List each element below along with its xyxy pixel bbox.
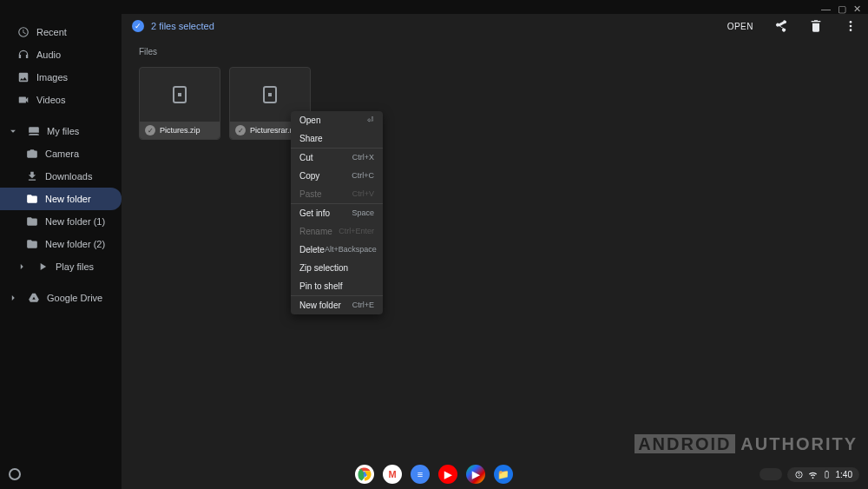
sidebar-label: Play files: [56, 261, 94, 272]
sidebar-item-recent[interactable]: Recent: [0, 21, 122, 43]
cm-paste: PasteCtrl+V: [291, 185, 383, 203]
archive-icon: [169, 84, 190, 105]
youtube-icon[interactable]: ▶: [438, 465, 457, 484]
check-icon: [145, 125, 155, 135]
svg-point-1: [850, 25, 852, 28]
file-name: Pictures.zip: [160, 126, 201, 135]
cm-rename: RenameCtrl+Enter: [291, 222, 383, 241]
shelf: M ≡ ▶ ▶ 📁 5 1:40: [0, 459, 868, 489]
window-minimize[interactable]: —: [821, 3, 831, 15]
cm-share[interactable]: Share: [291, 129, 383, 148]
cm-pin[interactable]: Pin to shelf: [291, 277, 383, 295]
play-icon: [36, 261, 49, 273]
sidebar-label: Google Drive: [47, 293, 102, 303]
cm-open[interactable]: Open⏎: [291, 111, 383, 129]
svg-rect-12: [825, 470, 827, 471]
folder-icon: [26, 193, 38, 205]
svg-rect-11: [825, 471, 828, 477]
open-button[interactable]: OPEN: [727, 22, 753, 31]
drive-icon: [28, 292, 40, 304]
selection-indicator: 2 files selected: [132, 20, 214, 32]
sidebar-item-newfolder[interactable]: New folder: [0, 188, 122, 210]
cm-newfolder[interactable]: New folderCtrl+E: [291, 296, 383, 314]
svg-point-0: [850, 21, 852, 23]
more-icon[interactable]: [844, 19, 858, 33]
sidebar-label: Videos: [36, 95, 65, 105]
sidebar-item-newfolder2[interactable]: New folder (2): [0, 233, 122, 255]
share-icon[interactable]: [774, 19, 788, 33]
check-icon: [132, 20, 144, 32]
sidebar-label: Images: [36, 72, 68, 83]
clock-text: 1:40: [836, 470, 852, 479]
notification-icon: 5: [794, 470, 804, 479]
main-area: 2 files selected OPEN Files Pictures.zip…: [122, 14, 868, 489]
launcher-button[interactable]: [9, 468, 21, 480]
svg-text:5: 5: [798, 472, 800, 477]
laptop-icon: [28, 125, 40, 137]
chevron-down-icon: [7, 125, 19, 137]
sidebar-label: New folder (2): [45, 239, 105, 249]
folder-icon: [26, 215, 38, 228]
image-icon: [17, 71, 30, 83]
chevron-right-icon: [16, 261, 28, 273]
sidebar-label: Downloads: [45, 171, 92, 182]
svg-rect-6: [268, 93, 272, 96]
sidebar-item-playfiles[interactable]: Play files: [0, 255, 122, 278]
cm-cut[interactable]: CutCtrl+X: [291, 149, 383, 167]
delete-icon[interactable]: [809, 19, 823, 33]
headphones-icon: [17, 49, 30, 61]
clock-icon: [17, 26, 30, 38]
wifi-icon: [808, 470, 818, 479]
check-icon: [235, 125, 246, 135]
docs-icon[interactable]: ≡: [411, 465, 430, 484]
folder-icon: [26, 238, 38, 250]
window-maximize[interactable]: ▢: [838, 3, 846, 15]
sidebar-item-downloads[interactable]: Downloads: [0, 165, 122, 188]
phone-hub-toggle[interactable]: [760, 468, 782, 480]
sidebar-item-audio[interactable]: Audio: [0, 43, 122, 66]
camera-icon: [26, 148, 38, 160]
chrome-icon[interactable]: [355, 465, 374, 484]
sidebar-item-camera[interactable]: Camera: [0, 142, 122, 165]
sidebar-item-newfolder1[interactable]: New folder (1): [0, 210, 122, 233]
sidebar-item-videos[interactable]: Videos: [0, 89, 122, 111]
sidebar-item-myfiles[interactable]: My files: [0, 120, 122, 142]
gmail-icon[interactable]: M: [383, 465, 402, 484]
sidebar-item-images[interactable]: Images: [0, 66, 122, 89]
battery-icon: [822, 470, 832, 479]
archive-icon: [260, 84, 280, 105]
sidebar: Recent Audio Images Videos My files Came…: [0, 14, 122, 489]
context-menu: Open⏎ Share CutCtrl+X CopyCtrl+C PasteCt…: [291, 111, 383, 314]
status-tray[interactable]: 5 1:40: [787, 467, 859, 482]
sidebar-label: My files: [47, 126, 79, 136]
sidebar-label: Recent: [36, 27, 67, 37]
file-item[interactable]: Pictures.zip: [139, 67, 220, 140]
cm-zip[interactable]: Zip selection: [291, 259, 383, 277]
video-icon: [17, 94, 30, 106]
sidebar-label: Audio: [36, 50, 61, 60]
sidebar-label: New folder: [45, 194, 91, 204]
svg-point-2: [850, 29, 852, 31]
files-icon[interactable]: 📁: [494, 465, 513, 484]
cm-delete[interactable]: DeleteAlt+Backspace: [291, 241, 383, 259]
download-icon: [26, 170, 38, 182]
selection-text: 2 files selected: [151, 21, 214, 31]
chevron-right-icon: [7, 292, 19, 304]
playstore-icon[interactable]: ▶: [466, 465, 485, 484]
cm-getinfo[interactable]: Get infoSpace: [291, 204, 383, 222]
breadcrumb: Files: [139, 47, 851, 56]
cm-copy[interactable]: CopyCtrl+C: [291, 167, 383, 185]
sidebar-item-gdrive[interactable]: Google Drive: [0, 287, 122, 309]
window-close[interactable]: ✕: [853, 3, 861, 15]
svg-rect-4: [178, 93, 181, 96]
sidebar-label: New folder (1): [45, 216, 105, 227]
sidebar-label: Camera: [45, 149, 79, 159]
toolbar: 2 files selected OPEN: [122, 14, 868, 38]
